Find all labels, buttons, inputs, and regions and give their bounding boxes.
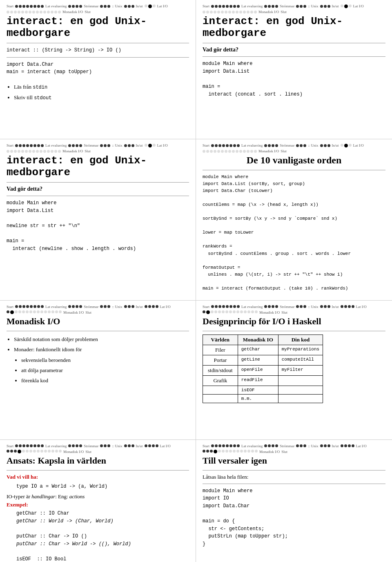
cell-getchar: getChar bbox=[238, 345, 278, 355]
table-row: m.m. bbox=[203, 394, 323, 403]
cell-stdin: stdin/stdout bbox=[203, 365, 238, 375]
table-row: Portar getLine computeItAll bbox=[203, 355, 323, 365]
slide-3-code: module Main where import Data.List newli… bbox=[7, 199, 189, 252]
progress-bar-3: Start Lat evaluering Strömmar :: Unix bbox=[7, 143, 189, 153]
col-varlden: Världen bbox=[203, 335, 238, 345]
cell-myfilter: myFilter bbox=[278, 365, 323, 375]
slide-5-title: Monadisk I/O bbox=[7, 316, 189, 327]
dots-inout bbox=[124, 5, 134, 8]
slide-2-code: module Main where import Data.List main … bbox=[203, 60, 385, 98]
bullet-monader: Monader: funktionellt idiom för sekvensi… bbox=[14, 345, 189, 386]
slide-1-main: main = interact (map toUpper) bbox=[7, 68, 189, 76]
sub-forenkla: förenkla kod bbox=[21, 376, 189, 385]
cell-empty5 bbox=[278, 394, 323, 403]
prog2-start: Start bbox=[203, 4, 209, 8]
slide-4-code: module Main where import Data.List (sort… bbox=[203, 174, 385, 292]
bullet-stdout: Skriv till stdout bbox=[14, 93, 189, 102]
slide-5-subbullets: sekvensiella beroenden att dölja paramet… bbox=[14, 355, 189, 386]
slide-4-title: De 10 vanligaste orden bbox=[203, 155, 385, 166]
prog-strom: Strömmar bbox=[84, 4, 98, 8]
slide-2: Start Lat evaluering Strömmar :: Unix bbox=[196, 0, 392, 139]
slide-6-table: Världen Monadisk IO Din kod Filer getCha… bbox=[203, 335, 323, 403]
dots-strom bbox=[68, 5, 82, 8]
progress-bar-2: Start Lat evaluering Strömmar :: Unix bbox=[203, 4, 385, 14]
prog-monadio: Monadisk I/O bbox=[62, 10, 83, 14]
dots-monadio bbox=[7, 11, 61, 13]
dots-latio bbox=[145, 4, 156, 8]
progress-bar-8: Start Lat evaluering Strömmar :: Unix bbox=[203, 444, 385, 454]
divider-1b bbox=[7, 57, 189, 58]
prog-lat: Lat evaluering bbox=[45, 4, 67, 8]
slide-8-title: Till versaler igen bbox=[203, 455, 385, 466]
cell-computeitall: computeItAll bbox=[278, 355, 323, 365]
slide-1-interact-sig: interact :: (String -> String) -> IO () bbox=[7, 47, 189, 54]
cell-empty3 bbox=[278, 386, 323, 394]
prog-unix: :: Unix bbox=[112, 4, 122, 8]
slide-7-type-line: type IO a = World -> (a, World) bbox=[16, 483, 189, 491]
slide-4: Start Lat evaluering Strömmar :: Unix bbox=[196, 139, 392, 300]
progress-bar-1: Start Lat evaluering Strömmar :: Unix bbox=[7, 4, 189, 14]
prog-start: Start bbox=[7, 4, 13, 8]
bullet-stdin: Läs från stdin bbox=[14, 82, 189, 91]
cell-myprep: myPreparations bbox=[278, 345, 323, 355]
cell-grafik: Grafik bbox=[203, 375, 238, 386]
slide-2-title: interact: en god Unix-medborgare bbox=[203, 16, 385, 39]
table-row: isEOF bbox=[203, 386, 323, 394]
slide-1-title: interact: en god Unix-medborgare bbox=[7, 16, 189, 39]
slide-7-title: Ansats: Kapsla in världen bbox=[7, 455, 189, 466]
prog-latio: Lat I/O bbox=[157, 4, 168, 8]
slide-7-vad: Vad vi vill ha: bbox=[7, 474, 189, 480]
divider-1 bbox=[7, 43, 189, 43]
cell-openfile: openFile bbox=[238, 365, 278, 375]
table-row: stdin/stdout openFile myFilter bbox=[203, 365, 323, 375]
slide-7-ex-label: Exempel: bbox=[7, 502, 189, 508]
cell-filer: Filer bbox=[203, 345, 238, 355]
sub-sek: sekvensiella beroenden bbox=[21, 355, 189, 365]
slide-1: Start Lat evaluering Strömmar :: Unix bbox=[0, 0, 196, 139]
table-row: Grafik readFile bbox=[203, 375, 323, 386]
slide-8-code: module Main where import IO import Data.… bbox=[203, 487, 385, 548]
progress-bar-4: Start Lat evaluering Strömmar :: Unix bbox=[203, 143, 385, 153]
prog-inout: In/ut bbox=[136, 4, 143, 8]
slide-7-code: getChar :: IO Char getChar :: World -> (… bbox=[16, 510, 189, 562]
sub-dolja: att dölja parametrar bbox=[21, 366, 189, 375]
prog-slut: Slut bbox=[85, 10, 91, 14]
slide-5: Start Lat evaluering Strömmar :: Unix bbox=[0, 301, 196, 439]
slide-8: Start Lat evaluering Strömmar :: Unix bbox=[196, 440, 392, 562]
slide-6: Start Lat evaluering Strömmar :: Unix bbox=[196, 301, 392, 439]
dots-lat bbox=[15, 5, 44, 8]
cell-empty1 bbox=[278, 375, 323, 386]
slide-1-bullets: Läs från stdin Skriv till stdout bbox=[7, 82, 189, 102]
slide-3-subtitle: Vad gör detta? bbox=[7, 186, 189, 192]
slide-1-import: import Data.Char bbox=[7, 61, 189, 68]
slide-2-subtitle: Vad gör detta? bbox=[203, 47, 385, 53]
slide-3-title: interact: en god Unix-medborgare bbox=[7, 155, 189, 178]
slide-3: Start Lat evaluering Strömmar :: Unix bbox=[0, 139, 196, 300]
slide-6-title: Designprincip för I/O i Haskell bbox=[203, 316, 385, 327]
dots-unix bbox=[100, 5, 110, 8]
cell-portar: Portar bbox=[203, 355, 238, 365]
cell-empty4 bbox=[203, 394, 238, 403]
progress-bar-5: Start Lat evaluering Strömmar :: Unix bbox=[7, 305, 189, 314]
col-monadio: Monadisk IO bbox=[238, 335, 278, 345]
cell-getline: getLine bbox=[238, 355, 278, 365]
cell-empty2 bbox=[203, 386, 238, 394]
col-dinkod: Din kod bbox=[278, 335, 323, 345]
slide-7: Start Lat evaluering Strömmar :: Unix bbox=[0, 440, 196, 562]
cell-iseof: isEOF bbox=[238, 386, 278, 394]
slide-8-subtitle: Låtsas läsa hela filen: bbox=[203, 474, 385, 480]
bullet-notation: Särskild notation som döljer problemen bbox=[14, 335, 189, 344]
table-row: Filer getChar myPreparations bbox=[203, 345, 323, 355]
progress-bar-7: Start Lat evaluering Strömmar :: Unix bbox=[7, 444, 189, 454]
cell-readfile: readFile bbox=[238, 375, 278, 386]
slide-5-bullets: Särskild notation som döljer problemen M… bbox=[7, 335, 189, 386]
progress-bar-6: Start Lat evaluering Strömmar :: Unix bbox=[203, 305, 385, 314]
cell-mm: m.m. bbox=[238, 394, 278, 403]
slide-7-io-label: IO-typer är handlingar: Eng: actions bbox=[7, 493, 189, 500]
